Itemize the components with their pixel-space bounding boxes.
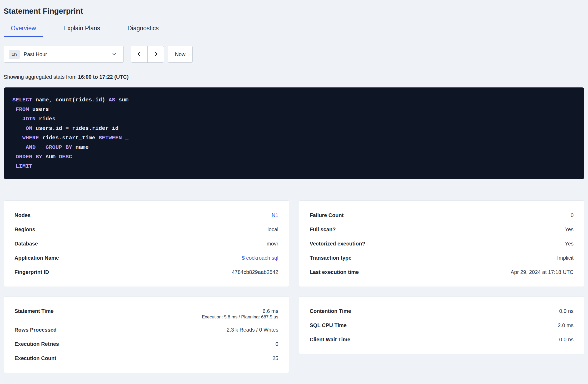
sql-text: _ bbox=[36, 144, 46, 150]
time-range-badge: 1h bbox=[9, 50, 20, 59]
tab-overview[interactable]: Overview bbox=[4, 23, 43, 37]
client-wait-time-label: Client Wait Time bbox=[310, 332, 350, 347]
sql-text bbox=[12, 144, 26, 150]
regions-value: local bbox=[267, 222, 278, 237]
now-button[interactable]: Now bbox=[168, 46, 193, 63]
last-execution-time-label: Last execution time bbox=[310, 265, 359, 279]
sql-line: SELECT name, count(rides.id) AS sum bbox=[12, 95, 576, 105]
cards-grid: NodesN1RegionslocalDatabasemovrApplicati… bbox=[4, 200, 584, 373]
tab-explain-plans[interactable]: Explain Plans bbox=[56, 23, 107, 37]
sql-keyword: FROM bbox=[16, 106, 29, 112]
sql-text: name bbox=[72, 144, 89, 150]
stats-line-range: 16:00 to 17:22 (UTC) bbox=[78, 74, 128, 80]
failure-count-row: Failure Count0 bbox=[310, 208, 574, 222]
execution-count-row: Execution Count25 bbox=[14, 351, 278, 365]
sql-text: rides bbox=[36, 116, 56, 122]
contention-time-label: Contention Time bbox=[310, 304, 351, 318]
time-controls: 1h Past Hour Now bbox=[4, 46, 584, 63]
client-wait-time-row: Client Wait Time0.0 ns bbox=[310, 332, 574, 347]
sql-text: rides.start_time bbox=[39, 135, 99, 141]
sql-line: ORDER BY sum DESC bbox=[12, 152, 576, 162]
vectorized-execution-label: Vectorized execution? bbox=[310, 237, 365, 251]
failure-count-label: Failure Count bbox=[310, 208, 344, 222]
sql-text: _ bbox=[122, 135, 128, 141]
sql-text: users.id = rides.rider_id bbox=[32, 125, 119, 131]
aggregated-stats-line: Showing aggregated stats from 16:00 to 1… bbox=[4, 73, 584, 81]
database-label: Database bbox=[14, 237, 38, 251]
tab-bar: OverviewExplain PlansDiagnostics bbox=[0, 23, 588, 37]
sql-text: users bbox=[29, 106, 49, 112]
statement-details-card: NodesN1RegionslocalDatabasemovrApplicati… bbox=[4, 200, 289, 287]
sql-text bbox=[12, 154, 16, 160]
sql-line: FROM users bbox=[12, 105, 576, 114]
nodes-row: NodesN1 bbox=[14, 208, 278, 222]
full-scan-value: Yes bbox=[565, 222, 574, 237]
sql-line: JOIN rides bbox=[12, 114, 576, 124]
execution-count-label: Execution Count bbox=[14, 351, 56, 365]
sql-line: ON users.id = rides.rider_id bbox=[12, 124, 576, 133]
statement-fingerprint-page: Statement Fingerprint OverviewExplain Pl… bbox=[0, 0, 588, 373]
sql-text bbox=[12, 163, 16, 169]
sql-keyword: SELECT bbox=[12, 97, 32, 103]
sql-keyword: JOIN bbox=[22, 116, 36, 122]
sql-keyword: ORDER BY bbox=[16, 154, 42, 160]
page-title: Statement Fingerprint bbox=[4, 6, 584, 16]
sql-keyword: BETWEEN bbox=[99, 135, 122, 141]
database-row: Databasemovr bbox=[14, 237, 278, 251]
time-range-label: Past Hour bbox=[24, 51, 111, 57]
vectorized-execution-row: Vectorized execution?Yes bbox=[310, 237, 574, 251]
transaction-type-row: Transaction typeImplicit bbox=[310, 251, 574, 265]
contention-time-row: Contention Time0.0 ns bbox=[310, 304, 574, 318]
application-name-label: Application Name bbox=[14, 251, 59, 265]
client-wait-time-value: 0.0 ns bbox=[559, 332, 574, 347]
sql-text: name, count(rides.id) bbox=[32, 97, 109, 103]
sql-text bbox=[12, 125, 26, 131]
rows-processed-value: 2.3 k Reads / 0 Writes bbox=[227, 323, 278, 337]
execution-attributes-card: Failure Count0Full scan?YesVectorized ex… bbox=[299, 200, 585, 287]
sql-keyword: ON bbox=[26, 125, 32, 131]
sql-text bbox=[12, 106, 16, 112]
sql-keyword: GROUP BY bbox=[46, 144, 72, 150]
prev-range-button[interactable] bbox=[131, 46, 147, 62]
nodes-label: Nodes bbox=[14, 208, 31, 222]
application-name-row: Application Name$ cockroach sql bbox=[14, 251, 278, 265]
wait-times-card: Contention Time0.0 nsSQL CPU Time2.0 msC… bbox=[299, 296, 585, 354]
transaction-type-value: Implicit bbox=[557, 251, 574, 265]
database-value: movr bbox=[267, 237, 278, 251]
sql-text bbox=[12, 116, 22, 122]
last-execution-time-value: Apr 29, 2024 at 17:18 UTC bbox=[511, 265, 574, 279]
sql-text: sum bbox=[42, 154, 59, 160]
sql-statement-box: SELECT name, count(rides.id) AS sum FROM… bbox=[4, 87, 584, 179]
chevron-right-icon bbox=[152, 51, 159, 58]
statement-time-row: Statement Time6.6 msExecution: 5.8 ms / … bbox=[14, 304, 278, 323]
chevron-down-icon bbox=[111, 51, 117, 58]
sql-keyword: LIMIT bbox=[16, 163, 32, 169]
failure-count-value: 0 bbox=[571, 208, 574, 222]
sql-keyword: DESC bbox=[59, 154, 72, 160]
stats-line-prefix: Showing aggregated stats from bbox=[4, 74, 78, 80]
sql-text bbox=[12, 135, 22, 141]
rows-processed-label: Rows Processed bbox=[14, 323, 57, 337]
last-execution-time-row: Last execution timeApr 29, 2024 at 17:18… bbox=[310, 265, 574, 279]
time-range-dropdown[interactable]: 1h Past Hour bbox=[4, 46, 124, 63]
execution-retries-value: 0 bbox=[275, 337, 278, 351]
fingerprint-id-row: Fingerprint ID4784cb829aab2542 bbox=[14, 265, 278, 279]
sql-line: AND _ GROUP BY name bbox=[12, 143, 576, 152]
chevron-left-icon bbox=[136, 51, 143, 58]
sql-text: _ bbox=[32, 163, 39, 169]
tab-diagnostics[interactable]: Diagnostics bbox=[120, 23, 166, 37]
regions-label: Regions bbox=[14, 222, 35, 237]
nodes-link[interactable]: N1 bbox=[272, 208, 278, 222]
sql-keyword: WHERE bbox=[22, 135, 39, 141]
regions-row: Regionslocal bbox=[14, 222, 278, 237]
application-name-link[interactable]: $ cockroach sql bbox=[242, 251, 278, 265]
rows-processed-row: Rows Processed2.3 k Reads / 0 Writes bbox=[14, 323, 278, 337]
sql-line: WHERE rides.start_time BETWEEN _ bbox=[12, 133, 576, 143]
fingerprint-id-label: Fingerprint ID bbox=[14, 265, 49, 279]
full-scan-row: Full scan?Yes bbox=[310, 222, 574, 237]
execution-retries-label: Execution Retries bbox=[14, 337, 59, 351]
next-range-button[interactable] bbox=[147, 46, 164, 62]
transaction-type-label: Transaction type bbox=[310, 251, 352, 265]
sql-cpu-time-row: SQL CPU Time2.0 ms bbox=[310, 318, 574, 332]
statement-times-card: Statement Time6.6 msExecution: 5.8 ms / … bbox=[4, 296, 289, 373]
